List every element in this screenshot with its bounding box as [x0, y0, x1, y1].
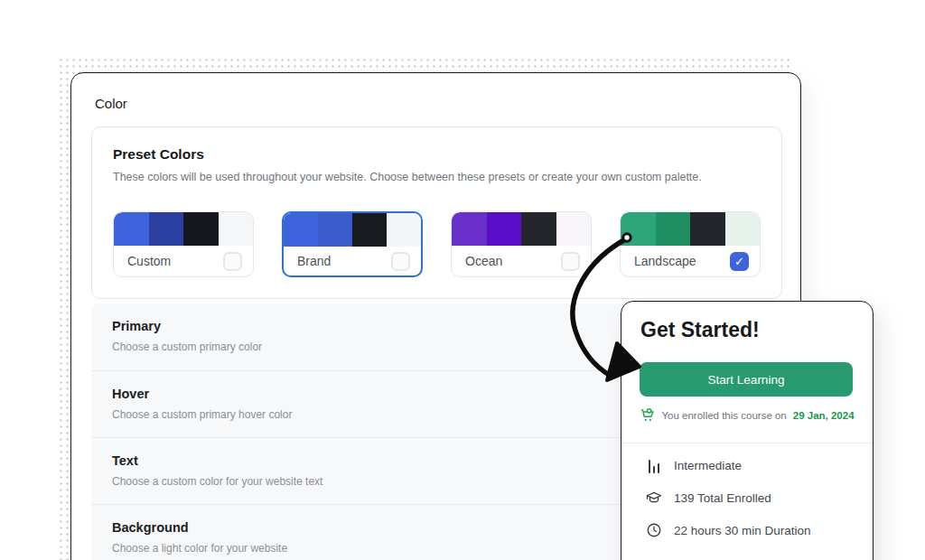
- palette-strip: [114, 212, 253, 246]
- palette-color: [114, 212, 149, 246]
- preset-option-label: Custom: [127, 254, 171, 268]
- palette-color: [690, 212, 725, 246]
- palette-color: [284, 213, 318, 247]
- preset-checkbox-checked[interactable]: ✓: [730, 252, 749, 271]
- palette-color: [521, 212, 556, 246]
- page-title: Color: [95, 96, 127, 111]
- preset-checkbox[interactable]: [223, 252, 242, 271]
- palette-color: [656, 212, 691, 246]
- course-preview-card: Get Started! Start Learning You enrolled…: [621, 301, 874, 560]
- palette-color: [621, 212, 656, 246]
- course-card-title: Get Started!: [640, 318, 760, 342]
- enrolled-text: You enrolled this course on: [661, 410, 786, 421]
- palette-strip: [621, 212, 760, 246]
- shopping-cart-icon: [640, 407, 655, 423]
- page: Color Preset Colors These colors will be…: [0, 0, 925, 560]
- palette-color: [556, 212, 592, 246]
- preset-option-label: Brand: [297, 254, 331, 268]
- stat-label: Intermediate: [674, 459, 742, 472]
- divider: [621, 443, 873, 443]
- palette-strip: [452, 212, 591, 246]
- enrollment-status: You enrolled this course on 29 Jan, 2024: [621, 407, 873, 423]
- clock-icon: [646, 522, 662, 538]
- palette-color: [318, 213, 352, 247]
- palette-strip: [284, 213, 421, 247]
- palette-color: [149, 212, 184, 246]
- preset-checkbox[interactable]: [561, 252, 580, 271]
- stat-label: 139 Total Enrolled: [674, 491, 771, 505]
- preset-colors-panel: Preset Colors These colors will be used …: [91, 126, 782, 299]
- palette-color: [183, 212, 219, 246]
- preset-colors-title: Preset Colors: [113, 146, 204, 163]
- graduation-cap-icon: [646, 490, 662, 506]
- start-learning-button[interactable]: Start Learning: [640, 362, 853, 397]
- preset-option-custom[interactable]: Custom: [113, 211, 254, 277]
- enrolled-date: 29 Jan, 2024: [793, 410, 855, 421]
- palette-color: [487, 212, 522, 246]
- preset-checkbox[interactable]: [391, 252, 410, 271]
- checkmark-icon: ✓: [734, 255, 744, 268]
- stat-label: 22 hours 30 min Duration: [674, 524, 811, 537]
- preset-option-brand[interactable]: Brand: [282, 211, 423, 277]
- stat-duration: 22 hours 30 min Duration: [646, 522, 811, 538]
- preset-colors-description: These colors will be used throughout you…: [113, 171, 702, 183]
- preset-option-ocean[interactable]: Ocean: [451, 211, 592, 277]
- preset-option-landscape[interactable]: Landscape ✓: [620, 211, 761, 277]
- palette-color: [219, 212, 254, 246]
- palette-color: [452, 212, 487, 246]
- preset-options-row: Custom Brand: [113, 211, 761, 277]
- stat-enrolled: 139 Total Enrolled: [646, 490, 811, 506]
- preset-option-label: Ocean: [465, 254, 502, 268]
- palette-color: [725, 212, 761, 246]
- palette-color: [352, 213, 387, 247]
- levels-icon: [646, 457, 662, 473]
- stat-level: Intermediate: [646, 457, 811, 473]
- palette-color: [387, 213, 421, 247]
- preset-option-label: Landscape: [634, 254, 696, 268]
- course-stats-list: Intermediate 139 Total Enrolled: [646, 457, 811, 538]
